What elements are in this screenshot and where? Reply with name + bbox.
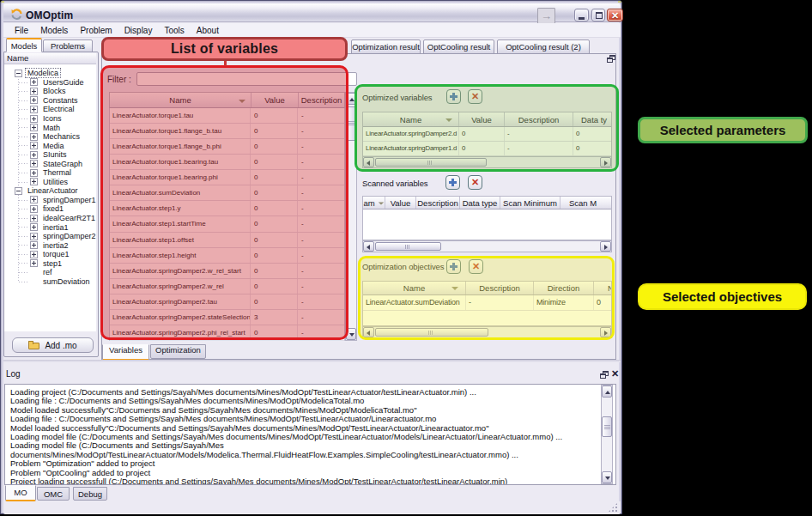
column-header-description[interactable]: Description xyxy=(505,112,573,126)
variable-row[interactable]: LinearActuator.springDamper2.w_rel 0 - xyxy=(110,279,344,294)
remove-optimized-variable-button[interactable]: ✕ xyxy=(468,89,482,104)
remove-scanned-variable-button[interactable]: ✕ xyxy=(468,175,482,190)
resize-grip[interactable] xyxy=(609,503,617,512)
tab-omc[interactable]: OMC xyxy=(37,487,70,501)
variable-row[interactable]: LinearActuator.springDamper2.stateSelect… xyxy=(110,310,344,325)
column-header-scan-maximum[interactable]: Scan M xyxy=(561,197,611,209)
variable-row[interactable]: LinearActuator.sumDeviation 0 - xyxy=(110,185,344,201)
tree-expander-icon[interactable] xyxy=(30,160,38,167)
scroll-up-button[interactable] xyxy=(602,385,612,398)
tab-optimization[interactable]: Optimization xyxy=(150,344,206,359)
log-dock-separator[interactable] xyxy=(3,360,621,362)
scroll-right-button[interactable] xyxy=(600,327,611,337)
optimized-variable-row[interactable]: LinearActuator.springDamper2.d 0 - 0 xyxy=(363,127,611,142)
add-objective-button[interactable] xyxy=(446,259,461,274)
column-header-value[interactable]: Value xyxy=(385,197,416,209)
tree-expander-icon[interactable] xyxy=(30,223,38,231)
tree-item[interactable]: Mechanics xyxy=(4,132,96,142)
tree-expander-icon[interactable] xyxy=(30,106,38,113)
tree-expander-icon[interactable] xyxy=(30,259,38,267)
add-scanned-variable-button[interactable] xyxy=(445,175,460,190)
tree-item[interactable]: Media xyxy=(4,141,96,150)
filter-input[interactable] xyxy=(136,72,357,86)
remove-objective-button[interactable]: ✕ xyxy=(469,259,483,274)
scrollbar-thumb[interactable] xyxy=(375,242,441,251)
tree-item[interactable]: Modelica xyxy=(4,69,96,78)
log-close-icon[interactable]: ✕ xyxy=(611,368,619,379)
add-optimized-variable-button[interactable] xyxy=(446,89,461,104)
column-header-description[interactable]: Description xyxy=(299,93,344,107)
log-output[interactable]: Loading project (C:/Documents and Settin… xyxy=(4,384,616,485)
tree-expander-icon[interactable] xyxy=(30,233,38,240)
tree-expander-icon[interactable] xyxy=(30,178,38,185)
scroll-left-button[interactable] xyxy=(363,157,374,167)
tree-expander-icon[interactable] xyxy=(30,241,38,249)
tab-optimization-result[interactable]: Optimization result xyxy=(351,39,421,54)
column-header-n[interactable]: N xyxy=(594,282,611,294)
tree-item[interactable]: idealGearR2T1 xyxy=(4,214,96,223)
tree-expander-icon[interactable] xyxy=(30,96,38,104)
tree-item[interactable]: SIunits xyxy=(4,150,96,160)
tree-expander-icon[interactable] xyxy=(30,205,38,213)
tree-expander-icon[interactable] xyxy=(30,133,38,141)
tree-expander-icon[interactable] xyxy=(30,78,38,86)
scroll-down-button[interactable] xyxy=(346,328,356,340)
tab-problems[interactable]: Problems xyxy=(43,39,93,52)
maximize-button[interactable] xyxy=(591,9,605,21)
column-header-name[interactable]: Name xyxy=(363,282,466,294)
tree-expander-icon[interactable] xyxy=(30,142,38,149)
column-header-name[interactable]: Name xyxy=(363,112,459,126)
optimized-variable-row[interactable]: LinearActuator.springDamper1.d 0 - 0 xyxy=(363,142,611,156)
tree-expander-icon[interactable] xyxy=(30,151,38,159)
minimize-button[interactable] xyxy=(574,9,589,21)
tree-item[interactable]: UsersGuide xyxy=(4,78,96,88)
tree-item[interactable]: sumDeviation xyxy=(4,277,96,287)
tab-variables[interactable]: Variables xyxy=(102,344,149,361)
objective-row[interactable]: LinearActuator.sumDeviation - Minimize 0 xyxy=(363,295,611,311)
log-float-icon[interactable] xyxy=(600,371,609,379)
tree-item[interactable]: StateGraph xyxy=(4,159,96,168)
scroll-right-button[interactable] xyxy=(600,241,611,252)
variable-row[interactable]: LinearActuator.step1.startTime 0 - xyxy=(110,216,344,232)
column-header-value[interactable]: Value xyxy=(251,93,299,107)
tree-item[interactable]: Electrical xyxy=(4,105,96,114)
tree-item[interactable]: Thermal xyxy=(4,168,96,178)
scroll-left-button[interactable] xyxy=(363,327,374,337)
column-header-scan-minimum[interactable]: Scan Minimum xyxy=(500,197,561,209)
tab-debug[interactable]: Debug xyxy=(73,487,107,501)
tree-expander-icon[interactable] xyxy=(30,124,38,131)
variable-row[interactable]: LinearActuator.torque1.tau 0 - xyxy=(110,108,344,124)
menu-item[interactable]: File xyxy=(15,26,28,35)
tree-expander-icon[interactable] xyxy=(15,187,22,195)
scroll-down-button[interactable] xyxy=(602,471,612,483)
tree-expander-icon[interactable] xyxy=(30,169,38,177)
scrollbar-thumb[interactable] xyxy=(346,106,356,141)
menu-item[interactable]: Display xyxy=(124,26,153,35)
tree-item[interactable]: Constants xyxy=(4,96,96,106)
scanned-variables-hscrollbar[interactable] xyxy=(362,240,612,252)
menu-item[interactable]: Models xyxy=(40,26,68,35)
tree-item[interactable]: springDamper1 xyxy=(4,196,96,205)
tree-header-name[interactable]: Name xyxy=(4,53,96,64)
scrollbar-thumb[interactable] xyxy=(375,158,487,167)
variable-row[interactable]: LinearActuator.springDamper2.tau 0 - xyxy=(110,294,344,310)
variable-row[interactable]: LinearActuator.torque1.flange_b.tau 0 - xyxy=(110,124,344,139)
tree-expander-icon[interactable] xyxy=(30,115,38,123)
log-scrollbar[interactable] xyxy=(601,385,613,484)
tree-item[interactable]: Blocks xyxy=(4,87,96,96)
tree-expander-icon[interactable] xyxy=(30,88,38,95)
column-header-datatype[interactable]: Data type xyxy=(460,197,500,209)
tree-item[interactable]: Icons xyxy=(4,114,96,124)
variable-row[interactable]: LinearActuator.springDamper2.w_rel_start… xyxy=(110,264,344,279)
variable-row[interactable]: LinearActuator.step1.height 0 - xyxy=(110,248,344,264)
tree-item[interactable]: springDamper2 xyxy=(4,232,96,241)
scrollbar-thumb[interactable] xyxy=(375,328,488,337)
menu-item[interactable]: About xyxy=(197,26,219,35)
forward-arrow-button[interactable]: → xyxy=(537,8,555,24)
tree-item[interactable]: Math xyxy=(4,123,96,132)
dock-float-icon[interactable] xyxy=(607,55,615,63)
tab-optcooling-result-2[interactable]: OptCooling result (2) xyxy=(497,39,590,54)
column-header-datatype[interactable]: Data ty xyxy=(573,112,611,126)
objectives-hscrollbar[interactable] xyxy=(362,326,612,338)
tab-mo[interactable]: MO xyxy=(5,485,36,501)
